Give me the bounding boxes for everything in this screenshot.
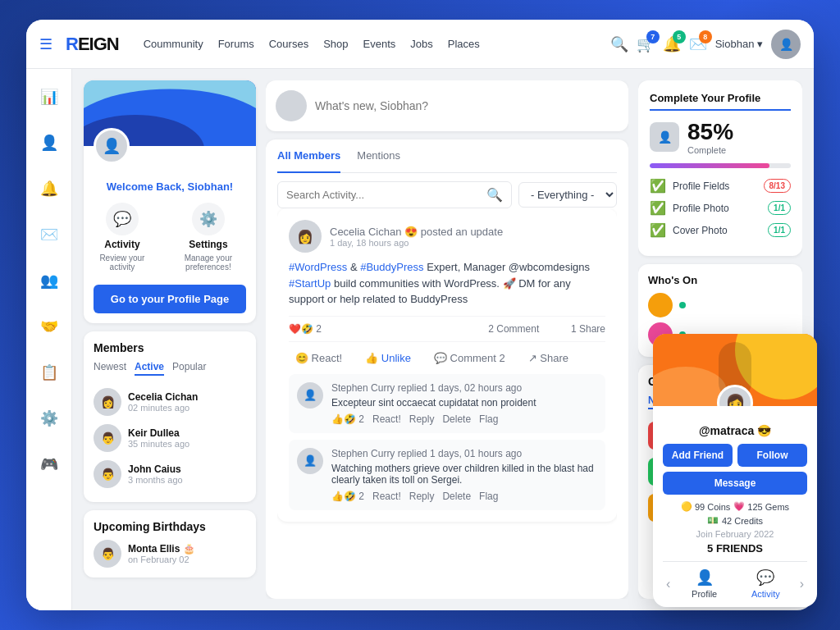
reply-react-1[interactable]: React! — [372, 413, 401, 425]
sidebar-icon-settings[interactable]: ⚙️ — [34, 404, 64, 433]
reply-flag-1[interactable]: Flag — [479, 413, 498, 425]
filter-select[interactable]: - Everything - — [518, 182, 617, 208]
cart-icon-wrap[interactable]: 🛒 7 — [637, 35, 655, 53]
post-user-name: Cecelia Cichan 😍 posted an update — [330, 226, 605, 238]
mail-badge: 8 — [699, 30, 712, 43]
overlay-activity-tab[interactable]: 💬 Activity — [735, 568, 797, 599]
reply-delete-1[interactable]: Delete — [442, 413, 471, 425]
overlay-tab-buttons: 👤 Profile 💬 Activity — [673, 568, 796, 599]
activity-icon-circle: 💬 — [106, 203, 139, 235]
nav-forums[interactable]: Forums — [217, 34, 256, 53]
sidebar-icon-profile[interactable]: 👤 — [34, 128, 64, 158]
notifications-icon-wrap[interactable]: 🔔 5 — [663, 35, 681, 53]
tab-mentions[interactable]: Mentions — [357, 139, 400, 173]
hashtag-startup[interactable]: #StartUp — [289, 277, 331, 290]
overlay-chevron-right-icon[interactable]: › — [797, 577, 807, 591]
nav-shop[interactable]: Shop — [322, 34, 349, 53]
sidebar-icons: 📊 👤 🔔 ✉️ 👥 🤝 📋 ⚙️ 🎮 — [26, 69, 72, 610]
member-avatar-2: 👨 — [94, 424, 121, 452]
reply-item-1: 👤 Stephen Curry replied 1 days, 02 hours… — [289, 374, 605, 433]
overlay-credits: 💵 42 Credits — [663, 515, 807, 526]
hashtag-buddypress[interactable]: #BuddyPress — [360, 261, 423, 273]
check-badge-photo: 1/1 — [768, 201, 791, 215]
member-time-3: 3 months ago — [128, 475, 246, 485]
unlike-button[interactable]: 👍 Unlike — [358, 349, 418, 368]
member-avatar-1: 👩 — [94, 388, 121, 416]
go-to-profile-button[interactable]: Go to your Profile Page — [94, 285, 246, 313]
nav-jobs[interactable]: Jobs — [409, 34, 434, 53]
sidebar-icon-bell[interactable]: 🔔 — [34, 174, 64, 203]
search-icon: 🔍 — [486, 187, 503, 203]
react-button[interactable]: 😊 React! — [289, 349, 349, 368]
sidebar-icon-games[interactable]: 🎮 — [34, 450, 64, 479]
post-user-avatar: 👩 — [289, 220, 322, 253]
whos-on-title: Who's On — [648, 274, 792, 286]
sidebar-icon-chart[interactable]: 📊 — [34, 82, 64, 112]
user-menu-label[interactable]: Siobhan ▾ — [715, 38, 763, 50]
hashtag-wordpress[interactable]: #WordPress — [289, 261, 347, 273]
share-button[interactable]: ↗ Share — [522, 349, 575, 368]
reply-header-2: Stephen Curry replied 1 days, 01 hours a… — [331, 448, 597, 459]
tab-all-members[interactable]: All Members — [277, 139, 340, 173]
activity-tab-row: All Members Mentions — [277, 139, 617, 173]
activity-icon-item[interactable]: 💬 Activity Review your activity — [94, 203, 151, 272]
message-button[interactable]: Message — [663, 472, 807, 495]
comment-button[interactable]: 💬 Comment 2 — [427, 349, 512, 368]
sidebar-icon-list[interactable]: 📋 — [34, 358, 64, 387]
sidebar-icon-group[interactable]: 👥 — [34, 266, 64, 295]
check-icon-cover: ✅ — [650, 222, 666, 238]
sidebar-icon-mail[interactable]: ✉️ — [34, 220, 64, 249]
mail-icon-wrap[interactable]: ✉️ 8 — [689, 35, 707, 53]
sidebar-icon-friends[interactable]: 🤝 — [34, 312, 64, 341]
search-activity-input[interactable] — [286, 189, 482, 201]
reply-text-1: Excepteur sint occaecat cupidatat non pr… — [331, 397, 597, 409]
birthday-avatar: 👨 — [94, 540, 121, 568]
post-input[interactable] — [315, 99, 619, 112]
check-icon-fields: ✅ — [650, 178, 666, 194]
activity-card-inner: All Members Mentions 🔍 - Everything - — [266, 139, 628, 599]
birthday-card: Upcoming Birthdays 👨 Monta Ellis 🎂 on Fe… — [84, 510, 256, 578]
settings-icon-sublabel: Manage your preferences! — [171, 253, 246, 272]
member-info-3: John Caius 3 months ago — [128, 463, 246, 485]
nav-courses[interactable]: Courses — [267, 34, 310, 53]
activity-card: All Members Mentions 🔍 - Everything - — [266, 139, 628, 599]
center-panel: All Members Mentions 🔍 - Everything - — [266, 80, 628, 599]
member-time-2: 35 minutes ago — [128, 439, 246, 449]
complete-profile-title: Complete Your Profile — [650, 92, 791, 111]
progress-bar-fill — [650, 163, 769, 168]
activity-post: 👩 Cecelia Cichan 😍 posted an update 1 da… — [277, 208, 617, 522]
overlay-activity-tab-icon: 💬 — [756, 568, 774, 587]
overlay-stats: 🟡 99 Coins 💗 125 Gems — [663, 501, 807, 512]
nav-places[interactable]: Places — [446, 34, 482, 53]
search-icon[interactable]: 🔍 — [610, 35, 628, 53]
overlay-chevron-left-icon[interactable]: ‹ — [663, 577, 673, 591]
overlay-gems: 💗 125 Gems — [733, 501, 789, 512]
settings-icon-item[interactable]: ⚙️ Settings Manage your preferences! — [171, 203, 246, 272]
reply-reply-2[interactable]: Reply — [409, 491, 435, 502]
profile-card: 👤 Welcome Back, Siobhan! 💬 Activity Revi… — [84, 80, 256, 323]
user-avatar-nav[interactable]: 👤 — [771, 30, 801, 59]
add-friend-button[interactable]: Add Friend — [663, 444, 733, 467]
overlay-profile-tab[interactable]: 👤 Profile — [673, 568, 735, 599]
list-item: 👩 Cecelia Cichan 02 minutes ago — [94, 384, 246, 420]
reply-delete-2[interactable]: Delete — [442, 491, 471, 502]
hamburger-menu-icon[interactable]: ☰ — [39, 35, 52, 53]
reply-react-2[interactable]: React! — [372, 491, 401, 502]
tab-newest[interactable]: Newest — [94, 361, 126, 376]
overlay-action-buttons: Add Friend Follow — [663, 444, 807, 467]
tab-active[interactable]: Active — [135, 361, 164, 376]
reply-likes-1: 👍🤣 2 — [331, 413, 364, 425]
post-time: 1 day, 18 hours ago — [330, 238, 605, 248]
reply-reply-1[interactable]: Reply — [409, 413, 435, 425]
reply-flag-2[interactable]: Flag — [479, 491, 498, 502]
activity-icon-label: Activity — [104, 239, 139, 250]
reply-item-2: 👤 Stephen Curry replied 1 days, 01 hours… — [289, 440, 605, 510]
reply-header-1: Stephen Curry replied 1 days, 02 hours a… — [331, 382, 597, 394]
nav-community[interactable]: Coummunity — [142, 34, 205, 53]
member-info-2: Keir Dullea 35 minutes ago — [128, 427, 246, 449]
list-item: 👨 Keir Dullea 35 minutes ago — [94, 420, 246, 456]
nav-events[interactable]: Events — [362, 34, 398, 53]
left-panel: 👤 Welcome Back, Siobhan! 💬 Activity Revi… — [84, 80, 256, 599]
tab-popular[interactable]: Popular — [172, 361, 206, 376]
follow-button[interactable]: Follow — [737, 444, 807, 467]
